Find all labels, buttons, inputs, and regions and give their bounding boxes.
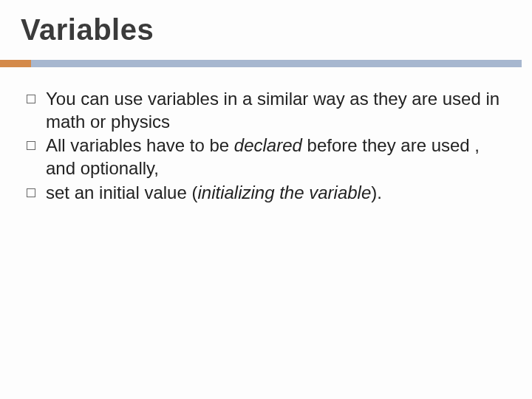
bullet-text: You can use variables in a similar way a…	[46, 89, 499, 132]
bullet-text-tail: ).	[371, 183, 382, 202]
bullet-emphasis: initializing the variable	[197, 183, 371, 202]
bullet-list: You can use variables in a similar way a…	[46, 88, 510, 205]
list-item: set an initial value (initializing the v…	[46, 182, 510, 205]
title-divider	[0, 60, 532, 67]
bullet-text: set an initial value (	[46, 183, 197, 202]
divider-accent	[0, 60, 31, 67]
bullet-emphasis: declared	[234, 135, 302, 155]
list-item: All variables have to be declared before…	[46, 134, 510, 180]
divider-bar	[31, 60, 522, 67]
list-item: You can use variables in a similar way a…	[46, 88, 510, 133]
slide: Variables You can use variables in a sim…	[0, 0, 532, 399]
bullet-text: All variables have to be	[46, 135, 234, 155]
slide-title: Variables	[0, 13, 532, 47]
slide-body: You can use variables in a similar way a…	[0, 67, 532, 205]
